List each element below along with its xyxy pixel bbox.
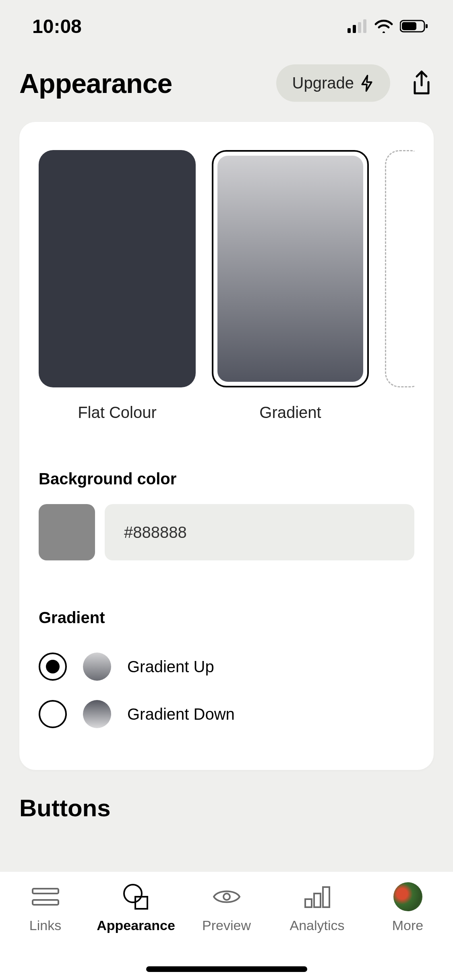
tab-bar: Links Appearance Preview Analyti <box>0 871 453 980</box>
tab-label-appearance: Appearance <box>97 918 175 933</box>
gradient-option-up[interactable]: Gradient Up <box>39 643 414 690</box>
radio-gradient-up[interactable] <box>39 653 67 681</box>
svg-point-11 <box>223 894 230 900</box>
style-preview-flat <box>39 150 196 387</box>
home-indicator[interactable] <box>146 966 307 972</box>
style-label-flat: Flat Colour <box>78 404 157 422</box>
appearance-card: Flat Colour Gradient Background color #8… <box>19 122 434 770</box>
style-preview-gradient <box>212 150 369 387</box>
svg-point-9 <box>124 885 142 902</box>
svg-rect-2 <box>358 22 361 33</box>
gradient-up-swatch <box>83 653 111 681</box>
gradient-option-down[interactable]: Gradient Down <box>39 690 414 738</box>
upgrade-label: Upgrade <box>292 74 354 92</box>
gradient-down-label: Gradient Down <box>127 705 235 723</box>
gradient-down-swatch <box>83 700 111 728</box>
tab-label-links: Links <box>29 918 61 933</box>
style-label-gradient: Gradient <box>259 404 321 422</box>
background-style-row[interactable]: Flat Colour Gradient <box>39 150 414 422</box>
style-option-gradient[interactable]: Gradient <box>212 150 369 422</box>
svg-rect-13 <box>314 894 321 907</box>
tab-analytics[interactable]: Analytics <box>277 882 358 933</box>
tab-appearance[interactable]: Appearance <box>96 882 176 933</box>
status-time: 10:08 <box>32 15 82 37</box>
svg-rect-3 <box>363 19 366 33</box>
radio-gradient-down[interactable] <box>39 700 67 728</box>
background-color-value: #888888 <box>124 523 187 541</box>
background-color-heading: Background color <box>39 470 414 488</box>
battery-icon <box>400 19 429 33</box>
style-option-flat[interactable]: Flat Colour <box>39 150 196 422</box>
lightning-icon <box>360 74 374 92</box>
tab-label-preview: Preview <box>202 918 251 933</box>
gradient-up-label: Gradient Up <box>127 658 214 676</box>
analytics-icon <box>303 882 332 911</box>
appearance-icon <box>122 882 151 911</box>
svg-rect-7 <box>33 889 58 894</box>
background-color-swatch[interactable] <box>39 504 95 560</box>
svg-rect-0 <box>348 28 351 33</box>
svg-rect-5 <box>402 22 416 30</box>
background-color-row: #888888 <box>39 504 414 560</box>
avatar <box>393 882 422 911</box>
upgrade-button[interactable]: Upgrade <box>276 64 390 102</box>
more-icon <box>393 882 422 911</box>
page-title: Appearance <box>19 68 276 99</box>
status-bar: 10:08 <box>0 0 453 52</box>
svg-rect-6 <box>426 24 428 28</box>
cellular-icon <box>348 19 368 33</box>
share-icon <box>411 70 432 97</box>
svg-rect-10 <box>135 897 147 909</box>
svg-rect-8 <box>33 900 58 905</box>
tab-more[interactable]: More <box>368 882 448 933</box>
header: Appearance Upgrade <box>0 52 453 114</box>
gradient-heading: Gradient <box>39 609 414 627</box>
links-icon <box>31 882 60 911</box>
tab-preview[interactable]: Preview <box>186 882 267 933</box>
status-icons <box>348 19 429 33</box>
tab-links[interactable]: Links <box>5 882 86 933</box>
svg-rect-1 <box>353 25 356 33</box>
share-button[interactable] <box>410 71 434 95</box>
style-preview-next <box>385 150 414 387</box>
background-color-input[interactable]: #888888 <box>105 504 414 560</box>
wifi-icon <box>374 19 393 33</box>
svg-rect-14 <box>323 887 329 907</box>
svg-rect-12 <box>305 899 312 907</box>
style-option-next[interactable] <box>385 150 414 422</box>
tab-label-analytics: Analytics <box>290 918 344 933</box>
preview-icon <box>212 882 241 911</box>
buttons-heading: Buttons <box>19 794 453 822</box>
tab-label-more: More <box>392 918 423 933</box>
